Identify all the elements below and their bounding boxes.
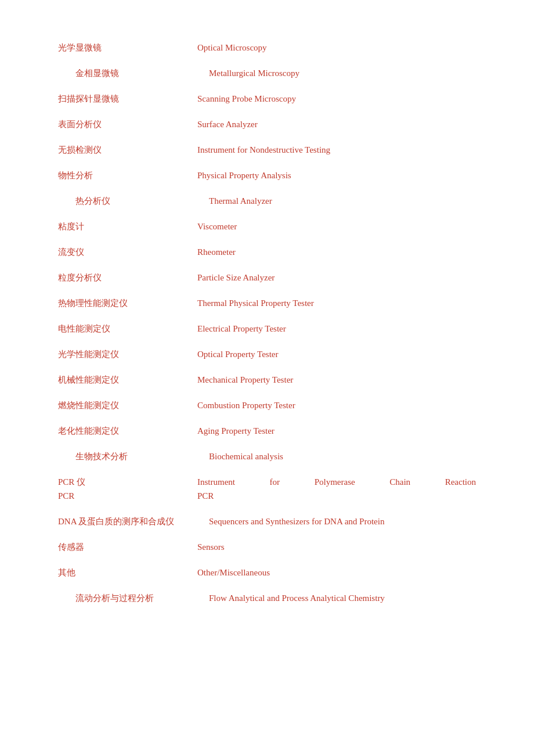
english-label: Instrument for Nondestructive Testing xyxy=(197,143,476,157)
dna-row: DNA 及蛋白质的测序和合成仪Sequencers and Synthesize… xyxy=(58,509,476,534)
chinese-label: 光学性能测定仪 xyxy=(58,347,197,361)
list-item: 无损检测仪Instrument for Nondestructive Testi… xyxy=(58,137,476,163)
chinese-label: 物性分析 xyxy=(58,168,197,182)
list-item: 热物理性能测定仪Thermal Physical Property Tester xyxy=(58,290,476,316)
english-label: Electrical Property Tester xyxy=(197,322,476,336)
list-item: 其他Other/Miscellaneous xyxy=(58,560,476,585)
list-item: 扫描探针显微镜Scanning Probe Microscopy xyxy=(58,86,476,111)
english-label: Surface Analyzer xyxy=(197,117,476,131)
dna-chinese-label: DNA 及蛋白质的测序和合成仪 xyxy=(58,514,197,528)
content-table: 光学显微镜Optical Microscopy金相显微镜Metallurgica… xyxy=(0,35,534,611)
english-label: Particle Size Analyzer xyxy=(197,271,476,285)
english-label: Optical Property Tester xyxy=(197,347,476,361)
list-item: 电性能测定仪Electrical Property Tester xyxy=(58,316,476,341)
english-label: Combustion Property Tester xyxy=(197,398,476,412)
list-item: 老化性能测定仪Aging Property Tester xyxy=(58,418,476,444)
chinese-label: 其他 xyxy=(58,566,197,579)
english-label: Mechanical Property Tester xyxy=(197,373,476,387)
list-item: 流动分析与过程分析Flow Analytical and Process Ana… xyxy=(58,585,476,611)
english-label: Thermal Analyzer xyxy=(197,194,476,208)
chinese-label: 粘度计 xyxy=(58,219,197,233)
chinese-label: 机械性能测定仪 xyxy=(58,373,197,387)
list-item: 机械性能测定仪Mechanical Property Tester xyxy=(58,367,476,393)
chinese-label: 传感器 xyxy=(58,540,197,554)
list-item: 表面分析仪Surface Analyzer xyxy=(58,111,476,137)
chinese-label: 金相显微镜 xyxy=(58,66,197,80)
english-label: Biochemical analysis xyxy=(197,449,476,463)
list-item: 流变仪Rheometer xyxy=(58,239,476,265)
english-label: Flow Analytical and Process Analytical C… xyxy=(197,591,476,605)
list-item: 粒度分析仪Particle Size Analyzer xyxy=(58,265,476,290)
english-label: Physical Property Analysis xyxy=(197,168,476,182)
pcr-row: PCR 仪PCRInstrument for Polymerase Chain … xyxy=(58,469,476,509)
chinese-label: 表面分析仪 xyxy=(58,117,197,131)
list-item: 生物技术分析Biochemical analysis xyxy=(58,444,476,469)
chinese-label: 流动分析与过程分析 xyxy=(58,591,197,605)
english-label: Metallurgical Microscopy xyxy=(197,66,476,80)
english-label: Sensors xyxy=(197,540,476,554)
chinese-label: 流变仪 xyxy=(58,245,197,259)
list-item: 光学显微镜Optical Microscopy xyxy=(58,35,476,60)
chinese-label: 粒度分析仪 xyxy=(58,271,197,285)
english-label: Thermal Physical Property Tester xyxy=(197,296,476,310)
english-label: Rheometer xyxy=(197,245,476,259)
pcr-chinese-label: PCR 仪PCR xyxy=(58,475,197,503)
chinese-label: 电性能测定仪 xyxy=(58,322,197,336)
chinese-label: 光学显微镜 xyxy=(58,41,197,55)
english-label: Other/Miscellaneous xyxy=(197,566,476,579)
list-item: 传感器Sensors xyxy=(58,534,476,560)
english-label: Scanning Probe Microscopy xyxy=(197,92,476,106)
list-item: 光学性能测定仪Optical Property Tester xyxy=(58,341,476,367)
english-label: Optical Microscopy xyxy=(197,41,476,55)
chinese-label: 生物技术分析 xyxy=(58,449,197,463)
chinese-label: 老化性能测定仪 xyxy=(58,424,197,438)
list-item: 物性分析Physical Property Analysis xyxy=(58,163,476,188)
chinese-label: 无损检测仪 xyxy=(58,143,197,157)
list-item: 热分析仪Thermal Analyzer xyxy=(58,188,476,214)
chinese-label: 热物理性能测定仪 xyxy=(58,296,197,310)
list-item: 粘度计Viscometer xyxy=(58,214,476,239)
dna-english-label: Sequencers and Synthesizers for DNA and … xyxy=(209,514,476,528)
list-item: 金相显微镜Metallurgical Microscopy xyxy=(58,60,476,86)
english-label: Viscometer xyxy=(197,219,476,233)
chinese-label: 热分析仪 xyxy=(58,194,197,208)
pcr-english-label: Instrument for Polymerase Chain Reaction… xyxy=(197,475,476,503)
list-item: 燃烧性能测定仪Combustion Property Tester xyxy=(58,393,476,418)
chinese-label: 扫描探针显微镜 xyxy=(58,92,197,106)
chinese-label: 燃烧性能测定仪 xyxy=(58,398,197,412)
english-label: Aging Property Tester xyxy=(197,424,476,438)
